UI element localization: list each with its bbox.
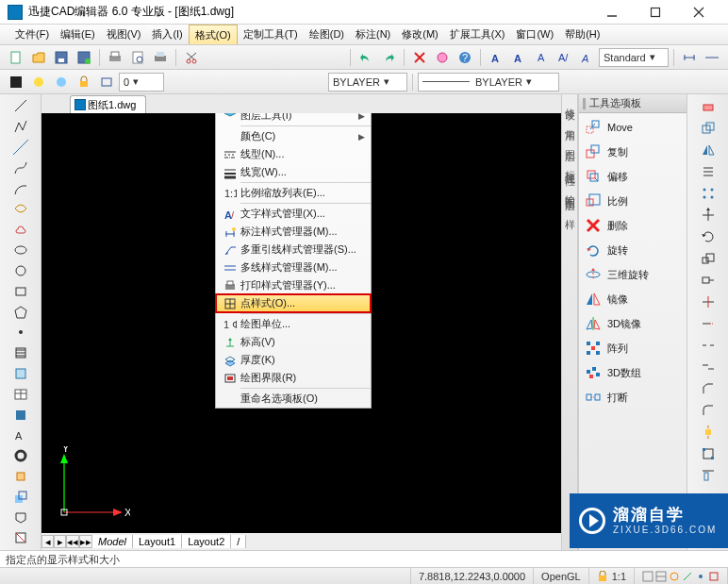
table-icon[interactable] — [11, 385, 30, 403]
erase-icon[interactable] — [699, 97, 718, 116]
copy-icon[interactable] — [699, 119, 718, 138]
menu-item-4[interactable]: 颜色(C)▶ — [216, 127, 371, 145]
palette-array[interactable]: 阵列 — [579, 336, 687, 360]
new-icon[interactable] — [6, 47, 26, 68]
status-snap-toggles[interactable] — [635, 568, 728, 584]
dim-continue-icon[interactable] — [702, 47, 722, 68]
tab-layout2[interactable]: Layout2 — [182, 535, 231, 548]
insert-icon[interactable] — [11, 488, 30, 506]
palette-rotate[interactable]: 旋转 — [579, 238, 687, 262]
palette-array3d[interactable]: 3D数组 — [579, 360, 687, 385]
break-tool-icon[interactable] — [699, 336, 718, 355]
move-tool-icon[interactable] — [699, 206, 718, 225]
cancel-icon[interactable] — [409, 47, 430, 68]
command-prompt[interactable]: 指定点的显示样式和大小 — [0, 550, 728, 567]
menu-item-15[interactable]: 点样式(O)... — [216, 294, 371, 312]
join-tool-icon[interactable] — [699, 358, 718, 376]
side-tab-dim[interactable]: 标注属性 — [563, 162, 577, 170]
viewport[interactable]: Y X 图层管理(A)...图层状态管理(L)...图层工具(I)▶颜色(C)▶… — [41, 113, 561, 533]
palette-delete[interactable]: 删除 — [579, 213, 687, 238]
stretch-tool-icon[interactable] — [699, 271, 718, 290]
redo-icon[interactable] — [378, 47, 399, 68]
donut-icon[interactable] — [11, 447, 30, 465]
palette-break[interactable]: 打断 — [579, 385, 687, 409]
menu-edit[interactable]: 编辑(E) — [55, 25, 101, 44]
menu-dimension[interactable]: 标注(N) — [350, 25, 396, 44]
spline-icon[interactable] — [11, 159, 30, 176]
hatch-icon[interactable] — [11, 344, 30, 362]
color-combo[interactable]: BYLAYER▾ — [328, 73, 407, 92]
tab-model[interactable]: Model — [92, 535, 133, 548]
grip-edit-icon[interactable] — [699, 444, 718, 463]
chamfer-tool-icon[interactable] — [699, 379, 718, 398]
polygon-icon[interactable] — [11, 303, 30, 321]
mtext-icon[interactable]: A — [11, 426, 30, 444]
menu-express[interactable]: 扩展工具(X) — [444, 25, 511, 44]
menu-item-6[interactable]: 线宽(W)... — [216, 163, 371, 181]
palette-offset[interactable]: 偏移 — [579, 164, 687, 189]
menu-item-2[interactable]: 图层工具(I)▶ — [216, 113, 371, 125]
palette-rotate3d[interactable]: 三维旋转 — [579, 262, 687, 287]
text-a-icon[interactable]: A — [486, 47, 506, 68]
side-tab-common[interactable]: 常用 — [563, 121, 577, 125]
rectangle-icon[interactable] — [11, 282, 30, 300]
explode-tool-icon[interactable] — [699, 423, 718, 442]
menu-item-13[interactable]: 多线样式管理器(M)... — [216, 259, 371, 276]
text-style-icon[interactable]: A — [576, 47, 597, 68]
undo-icon[interactable] — [356, 47, 376, 68]
menu-item-12[interactable]: 多重引线样式管理器(S)... — [216, 241, 371, 259]
maximize-button[interactable] — [634, 0, 677, 24]
block-icon[interactable] — [11, 468, 30, 486]
region-icon[interactable] — [11, 365, 30, 383]
menu-item-5[interactable]: 线型(N)... — [216, 145, 371, 163]
text-a-small-icon[interactable]: A — [531, 47, 552, 68]
rotate-tool-icon[interactable] — [699, 227, 718, 246]
side-tab-drawlayer[interactable]: 绘图图层 — [563, 187, 577, 194]
color-swatch-icon[interactable] — [6, 72, 26, 92]
offset-tool-icon[interactable] — [699, 162, 718, 181]
layer-visible-icon[interactable] — [28, 72, 49, 92]
text-a2-icon[interactable]: A — [508, 47, 529, 68]
revcloud-icon[interactable] — [11, 221, 30, 239]
menu-item-10[interactable]: A/文字样式管理(X)... — [216, 205, 371, 223]
palette-move[interactable]: Move — [579, 115, 687, 140]
curve-icon[interactable] — [11, 200, 30, 218]
plot-icon[interactable] — [150, 47, 171, 68]
side-tab-modify[interactable]: 修改 — [563, 100, 577, 104]
menu-file[interactable]: 文件(F) — [9, 25, 55, 44]
tab-layout1[interactable]: Layout1 — [133, 535, 182, 548]
ellipse-icon[interactable] — [11, 242, 30, 259]
menu-modify[interactable]: 修改(M) — [396, 25, 444, 44]
document-tab[interactable]: 图纸1.dwg — [70, 95, 146, 113]
scale-tool-icon[interactable] — [699, 249, 718, 268]
minimize-button[interactable] — [590, 0, 634, 24]
xline-icon[interactable] — [11, 139, 30, 157]
text-edit-icon[interactable]: A/ — [554, 47, 574, 68]
menu-item-17[interactable]: 1 Φ绘图单位... — [216, 315, 371, 333]
linetype-combo[interactable]: BYLAYER▾ — [418, 73, 559, 92]
fillet-tool-icon[interactable] — [699, 401, 718, 420]
save-icon[interactable] — [51, 47, 72, 68]
menu-item-20[interactable]: 绘图界限(R) — [216, 369, 371, 387]
line-icon[interactable] — [11, 97, 30, 115]
help-icon[interactable]: ? — [455, 47, 475, 68]
zoom-all-icon[interactable] — [432, 47, 453, 68]
trim-tool-icon[interactable] — [699, 292, 718, 311]
open-icon[interactable] — [28, 47, 49, 68]
menu-item-8[interactable]: 1:1比例缩放列表(E)... — [216, 184, 371, 202]
side-tab-layer[interactable]: 图层 — [563, 142, 577, 145]
layer-freeze-icon[interactable] — [51, 72, 72, 92]
boundary-icon[interactable] — [11, 509, 30, 526]
extend-tool-icon[interactable] — [699, 314, 718, 333]
dim-linear-icon[interactable] — [679, 47, 700, 68]
print-icon[interactable] — [105, 47, 125, 68]
polyline-icon[interactable] — [11, 118, 30, 136]
circle-icon[interactable] — [11, 262, 30, 280]
menu-item-18[interactable]: 标高(V) — [216, 333, 371, 351]
print-preview-icon[interactable] — [127, 47, 148, 68]
menu-view[interactable]: 视图(V) — [101, 25, 147, 44]
menu-help[interactable]: 帮助(H) — [559, 25, 605, 44]
menu-item-19[interactable]: 厚度(K) — [216, 351, 371, 369]
wipeout-icon[interactable] — [11, 529, 30, 547]
point-icon[interactable] — [11, 324, 30, 342]
